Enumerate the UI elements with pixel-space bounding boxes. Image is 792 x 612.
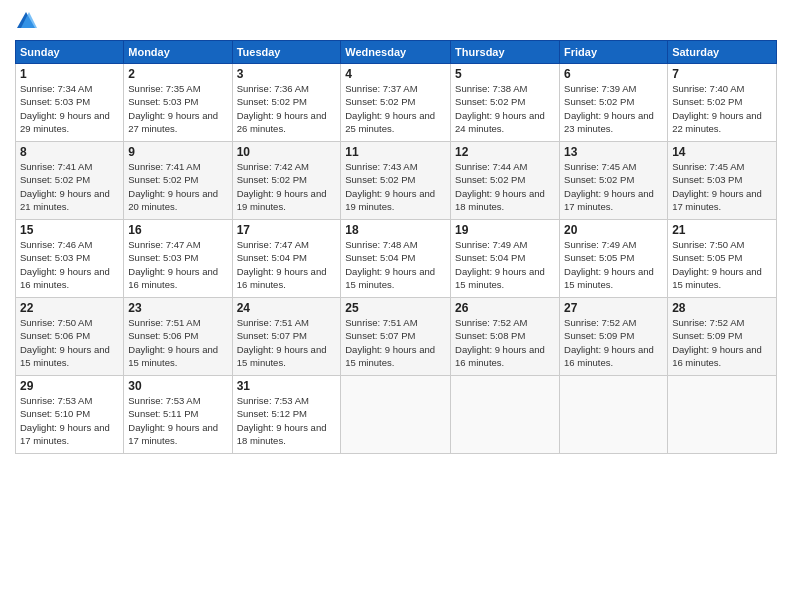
day-cell: 9 Sunrise: 7:41 AMSunset: 5:02 PMDayligh… <box>124 142 232 220</box>
logo-icon <box>15 10 37 32</box>
day-cell: 18 Sunrise: 7:48 AMSunset: 5:04 PMDaylig… <box>341 220 451 298</box>
day-info: Sunrise: 7:52 AMSunset: 5:09 PMDaylight:… <box>672 317 762 368</box>
day-cell: 4 Sunrise: 7:37 AMSunset: 5:02 PMDayligh… <box>341 64 451 142</box>
day-info: Sunrise: 7:36 AMSunset: 5:02 PMDaylight:… <box>237 83 327 134</box>
day-number: 17 <box>237 223 337 237</box>
day-cell: 22 Sunrise: 7:50 AMSunset: 5:06 PMDaylig… <box>16 298 124 376</box>
day-number: 11 <box>345 145 446 159</box>
day-info: Sunrise: 7:53 AMSunset: 5:10 PMDaylight:… <box>20 395 110 446</box>
day-cell: 14 Sunrise: 7:45 AMSunset: 5:03 PMDaylig… <box>668 142 777 220</box>
day-info: Sunrise: 7:53 AMSunset: 5:12 PMDaylight:… <box>237 395 327 446</box>
day-cell: 21 Sunrise: 7:50 AMSunset: 5:05 PMDaylig… <box>668 220 777 298</box>
day-number: 21 <box>672 223 772 237</box>
day-cell <box>560 376 668 454</box>
day-info: Sunrise: 7:45 AMSunset: 5:03 PMDaylight:… <box>672 161 762 212</box>
day-cell: 29 Sunrise: 7:53 AMSunset: 5:10 PMDaylig… <box>16 376 124 454</box>
day-info: Sunrise: 7:47 AMSunset: 5:03 PMDaylight:… <box>128 239 218 290</box>
dow-header-wednesday: Wednesday <box>341 41 451 64</box>
dow-header-saturday: Saturday <box>668 41 777 64</box>
day-number: 4 <box>345 67 446 81</box>
logo <box>15 10 41 32</box>
day-info: Sunrise: 7:41 AMSunset: 5:02 PMDaylight:… <box>128 161 218 212</box>
page-header <box>15 10 777 32</box>
dow-header-sunday: Sunday <box>16 41 124 64</box>
day-cell: 2 Sunrise: 7:35 AMSunset: 5:03 PMDayligh… <box>124 64 232 142</box>
day-info: Sunrise: 7:50 AMSunset: 5:05 PMDaylight:… <box>672 239 762 290</box>
day-info: Sunrise: 7:42 AMSunset: 5:02 PMDaylight:… <box>237 161 327 212</box>
day-info: Sunrise: 7:35 AMSunset: 5:03 PMDaylight:… <box>128 83 218 134</box>
day-cell: 8 Sunrise: 7:41 AMSunset: 5:02 PMDayligh… <box>16 142 124 220</box>
day-cell: 25 Sunrise: 7:51 AMSunset: 5:07 PMDaylig… <box>341 298 451 376</box>
day-cell: 23 Sunrise: 7:51 AMSunset: 5:06 PMDaylig… <box>124 298 232 376</box>
day-info: Sunrise: 7:43 AMSunset: 5:02 PMDaylight:… <box>345 161 435 212</box>
day-info: Sunrise: 7:34 AMSunset: 5:03 PMDaylight:… <box>20 83 110 134</box>
day-number: 16 <box>128 223 227 237</box>
day-cell: 19 Sunrise: 7:49 AMSunset: 5:04 PMDaylig… <box>451 220 560 298</box>
day-cell: 17 Sunrise: 7:47 AMSunset: 5:04 PMDaylig… <box>232 220 341 298</box>
day-info: Sunrise: 7:45 AMSunset: 5:02 PMDaylight:… <box>564 161 654 212</box>
day-number: 6 <box>564 67 663 81</box>
day-cell <box>341 376 451 454</box>
day-info: Sunrise: 7:41 AMSunset: 5:02 PMDaylight:… <box>20 161 110 212</box>
day-info: Sunrise: 7:50 AMSunset: 5:06 PMDaylight:… <box>20 317 110 368</box>
day-info: Sunrise: 7:51 AMSunset: 5:07 PMDaylight:… <box>237 317 327 368</box>
day-cell: 7 Sunrise: 7:40 AMSunset: 5:02 PMDayligh… <box>668 64 777 142</box>
day-info: Sunrise: 7:39 AMSunset: 5:02 PMDaylight:… <box>564 83 654 134</box>
day-cell: 30 Sunrise: 7:53 AMSunset: 5:11 PMDaylig… <box>124 376 232 454</box>
dow-header-tuesday: Tuesday <box>232 41 341 64</box>
day-cell: 10 Sunrise: 7:42 AMSunset: 5:02 PMDaylig… <box>232 142 341 220</box>
day-number: 3 <box>237 67 337 81</box>
day-info: Sunrise: 7:51 AMSunset: 5:07 PMDaylight:… <box>345 317 435 368</box>
calendar-table: SundayMondayTuesdayWednesdayThursdayFrid… <box>15 40 777 454</box>
day-number: 1 <box>20 67 119 81</box>
day-number: 23 <box>128 301 227 315</box>
day-number: 5 <box>455 67 555 81</box>
day-info: Sunrise: 7:46 AMSunset: 5:03 PMDaylight:… <box>20 239 110 290</box>
dow-header-friday: Friday <box>560 41 668 64</box>
day-info: Sunrise: 7:38 AMSunset: 5:02 PMDaylight:… <box>455 83 545 134</box>
day-cell: 16 Sunrise: 7:47 AMSunset: 5:03 PMDaylig… <box>124 220 232 298</box>
day-number: 26 <box>455 301 555 315</box>
week-row-2: 8 Sunrise: 7:41 AMSunset: 5:02 PMDayligh… <box>16 142 777 220</box>
day-info: Sunrise: 7:53 AMSunset: 5:11 PMDaylight:… <box>128 395 218 446</box>
day-cell <box>668 376 777 454</box>
day-number: 8 <box>20 145 119 159</box>
day-number: 14 <box>672 145 772 159</box>
day-cell: 12 Sunrise: 7:44 AMSunset: 5:02 PMDaylig… <box>451 142 560 220</box>
day-number: 29 <box>20 379 119 393</box>
day-info: Sunrise: 7:37 AMSunset: 5:02 PMDaylight:… <box>345 83 435 134</box>
day-info: Sunrise: 7:51 AMSunset: 5:06 PMDaylight:… <box>128 317 218 368</box>
day-cell: 1 Sunrise: 7:34 AMSunset: 5:03 PMDayligh… <box>16 64 124 142</box>
day-number: 15 <box>20 223 119 237</box>
day-cell: 6 Sunrise: 7:39 AMSunset: 5:02 PMDayligh… <box>560 64 668 142</box>
day-number: 7 <box>672 67 772 81</box>
day-cell: 15 Sunrise: 7:46 AMSunset: 5:03 PMDaylig… <box>16 220 124 298</box>
day-cell: 28 Sunrise: 7:52 AMSunset: 5:09 PMDaylig… <box>668 298 777 376</box>
day-number: 2 <box>128 67 227 81</box>
day-cell: 26 Sunrise: 7:52 AMSunset: 5:08 PMDaylig… <box>451 298 560 376</box>
day-info: Sunrise: 7:44 AMSunset: 5:02 PMDaylight:… <box>455 161 545 212</box>
day-info: Sunrise: 7:48 AMSunset: 5:04 PMDaylight:… <box>345 239 435 290</box>
day-number: 10 <box>237 145 337 159</box>
day-cell: 20 Sunrise: 7:49 AMSunset: 5:05 PMDaylig… <box>560 220 668 298</box>
day-number: 20 <box>564 223 663 237</box>
day-number: 19 <box>455 223 555 237</box>
day-info: Sunrise: 7:49 AMSunset: 5:04 PMDaylight:… <box>455 239 545 290</box>
day-number: 12 <box>455 145 555 159</box>
day-number: 22 <box>20 301 119 315</box>
week-row-3: 15 Sunrise: 7:46 AMSunset: 5:03 PMDaylig… <box>16 220 777 298</box>
day-info: Sunrise: 7:40 AMSunset: 5:02 PMDaylight:… <box>672 83 762 134</box>
dow-header-thursday: Thursday <box>451 41 560 64</box>
day-cell <box>451 376 560 454</box>
day-number: 9 <box>128 145 227 159</box>
day-number: 24 <box>237 301 337 315</box>
week-row-1: 1 Sunrise: 7:34 AMSunset: 5:03 PMDayligh… <box>16 64 777 142</box>
day-number: 18 <box>345 223 446 237</box>
day-number: 30 <box>128 379 227 393</box>
day-cell: 24 Sunrise: 7:51 AMSunset: 5:07 PMDaylig… <box>232 298 341 376</box>
day-number: 25 <box>345 301 446 315</box>
day-info: Sunrise: 7:47 AMSunset: 5:04 PMDaylight:… <box>237 239 327 290</box>
day-cell: 11 Sunrise: 7:43 AMSunset: 5:02 PMDaylig… <box>341 142 451 220</box>
day-info: Sunrise: 7:52 AMSunset: 5:09 PMDaylight:… <box>564 317 654 368</box>
day-number: 31 <box>237 379 337 393</box>
